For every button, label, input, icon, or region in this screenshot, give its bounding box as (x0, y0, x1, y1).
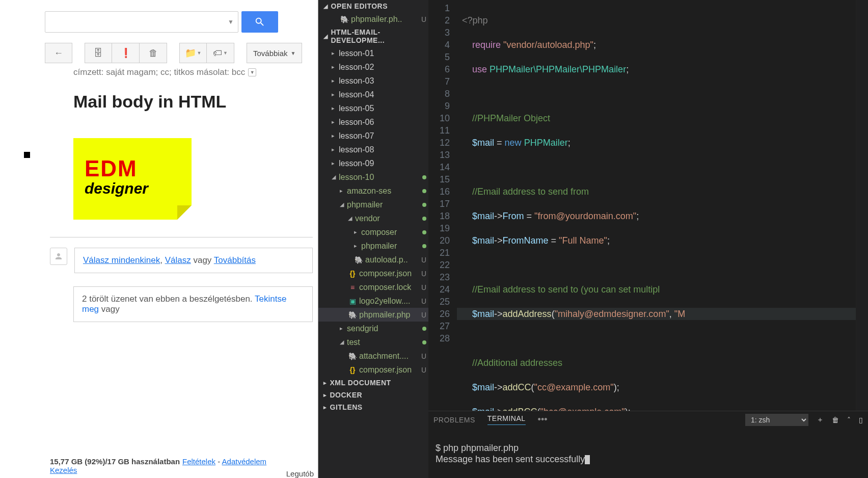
editor-area: 1234567891011121314151617181920212223242… (428, 0, 868, 478)
file-attachment[interactable]: 🐘attachment....U (318, 349, 428, 363)
folder-lesson-07[interactable]: ▸lesson-07 (318, 129, 428, 143)
folder-lesson-09[interactable]: ▸lesson-09 (318, 156, 428, 170)
reply-all-link[interactable]: Válasz mindenkinek (83, 255, 160, 265)
person-icon (54, 252, 63, 261)
deleted-notice: 2 törölt üzenet van ebben a beszélgetésb… (73, 286, 313, 322)
privacy-link[interactable]: Adatvédelem (222, 457, 267, 466)
chevron-down-icon[interactable]: ▼ (228, 18, 234, 25)
trash-icon: 🗑 (149, 48, 158, 59)
gmail-footer: 15,77 GB (92%)/17 GB használatban Kezelé… (0, 452, 318, 478)
plus-icon[interactable]: ＋ (817, 415, 824, 424)
avatar (50, 248, 67, 265)
minimap[interactable] (856, 0, 868, 411)
label-button[interactable]: 🏷▼ (207, 43, 234, 63)
divider (50, 237, 313, 237)
terminal-output: Message has been sent successfully (436, 454, 585, 464)
folder-lesson-05[interactable]: ▸lesson-05 (318, 101, 428, 115)
terminal-shell-select[interactable]: 1: zsh (745, 414, 808, 426)
code-lines: <?php require "vendor/autoload.php"; use… (457, 0, 856, 411)
xml-section[interactable]: ▸XML DOCUMENT (318, 377, 428, 389)
storage-used: 15,77 GB (92%)/17 GB (50, 457, 129, 466)
panel-tabbar: PROBLEMS TERMINAL ••• 1: zsh ＋ 🗑 ˄ ▯ (428, 411, 868, 428)
gmail-pane: ▼ ← 🗄 ❗ 🗑 📁▼ 🏷▼ Továbbiak ▼ címzett: saj… (0, 0, 318, 478)
php-icon: 🐘 (348, 311, 357, 319)
file-test-composer-json[interactable]: {}composer.jsonU (318, 363, 428, 377)
folder-lesson-04[interactable]: ▸lesson-04 (318, 88, 428, 101)
more-button[interactable]: Továbbiak ▼ (247, 43, 302, 63)
email-subject: Mail body in HTML (73, 92, 313, 112)
more-icon[interactable]: ••• (538, 414, 548, 425)
search-input[interactable]: ▼ (45, 11, 238, 33)
tag-icon: 🏷 (213, 48, 222, 59)
open-editor-file[interactable]: 🐘 phpmailer.ph.. U (318, 12, 428, 26)
tab-problems[interactable]: PROBLEMS (433, 416, 475, 424)
email-logo-image: EDM designer (73, 138, 192, 220)
folder-lesson-03[interactable]: ▸lesson-03 (318, 74, 428, 88)
folder-phpmailer[interactable]: ◢phpmailer (318, 198, 428, 211)
chevron-up-icon[interactable]: ˄ (847, 416, 851, 424)
reply-link[interactable]: Válasz (165, 255, 191, 265)
project-section[interactable]: ◢HTML-EMAIL-DEVELOPME... (318, 26, 428, 46)
folder-sendgrid[interactable]: ▸sendgrid (318, 322, 428, 335)
gmail-body: címzett: saját magam; cc; titkos másolat… (0, 67, 318, 452)
delete-button[interactable]: 🗑 (140, 43, 167, 63)
manage-storage-link[interactable]: Kezelés (50, 466, 77, 474)
php-icon: 🐘 (340, 15, 349, 23)
php-icon: 🐘 (348, 352, 357, 360)
reply-composer[interactable]: Válasz mindenkinek, Válasz vagy Továbbít… (74, 248, 313, 273)
deleted-text: 2 törölt üzenet van ebben a beszélgetésb… (82, 294, 253, 304)
terminal[interactable]: $ php phpmailer.php Message has been sen… (428, 428, 868, 478)
folder-lesson-06[interactable]: ▸lesson-06 (318, 115, 428, 129)
folder-test[interactable]: ◢test (318, 335, 428, 349)
file-phpmailer-php[interactable]: 🐘phpmailer.phpU (318, 308, 428, 322)
image-icon: ▣ (348, 297, 357, 305)
search-button[interactable] (241, 11, 278, 33)
gmail-search-row: ▼ (0, 0, 318, 43)
json-icon: {} (348, 366, 357, 374)
file-autoload[interactable]: 🐘autoload.p..U (318, 253, 428, 267)
archive-icon: 🗄 (94, 48, 103, 59)
artifact-square (24, 152, 30, 158)
more-label: Továbbiak (253, 49, 288, 58)
forward-link[interactable]: Továbbítás (214, 255, 256, 265)
line-gutter: 1234567891011121314151617181920212223242… (428, 0, 457, 411)
vscode-pane: ◢OPEN EDITORS 🐘 phpmailer.ph.. U ◢HTML-E… (318, 0, 868, 478)
gmail-toolbar: ← 🗄 ❗ 🗑 📁▼ 🏷▼ Továbbiak ▼ (0, 43, 318, 67)
back-button[interactable]: ← (45, 43, 72, 63)
folder-lesson-01[interactable]: ▸lesson-01 (318, 46, 428, 60)
php-icon: 🐘 (354, 256, 363, 264)
terms-link[interactable]: Feltételek (182, 457, 215, 466)
folder-icon: 📁 (185, 47, 196, 59)
folder-phpmailer-sub[interactable]: ▸phpmailer (318, 239, 428, 253)
logo-line1: EDM (85, 158, 180, 179)
archive-button[interactable]: 🗄 (85, 43, 112, 63)
open-editors-section[interactable]: ◢OPEN EDITORS (318, 0, 428, 12)
trash-icon[interactable]: 🗑 (832, 416, 839, 424)
spam-button[interactable]: ❗ (112, 43, 140, 63)
folder-lesson-02[interactable]: ▸lesson-02 (318, 60, 428, 74)
gitlens-section[interactable]: ▸GITLENS (318, 401, 428, 413)
split-icon[interactable]: ▯ (859, 416, 863, 424)
dot-icon (422, 175, 426, 179)
folder-lesson-08[interactable]: ▸lesson-08 (318, 143, 428, 156)
tab-terminal[interactable]: TERMINAL (487, 414, 526, 425)
folder-lesson-10[interactable]: ◢lesson-10 (318, 170, 428, 184)
docker-section[interactable]: ▸DOCKER (318, 389, 428, 401)
file-composer-json[interactable]: {}composer.jsonU (318, 267, 428, 280)
code-editor[interactable]: 1234567891011121314151617181920212223242… (428, 0, 868, 411)
file-logo[interactable]: ▣logo2yellow....U (318, 294, 428, 308)
recipients-text: címzett: saját magam; cc; titkos másolat… (73, 67, 245, 77)
recipients-dropdown-icon[interactable]: ▼ (248, 68, 256, 76)
file-composer-lock[interactable]: ≡composer.lockU (318, 280, 428, 294)
terminal-cmd: php phpmailer.php (443, 443, 519, 453)
folder-composer[interactable]: ▸composer (318, 225, 428, 239)
last-activity: Legutób (286, 457, 318, 478)
folder-vendor[interactable]: ◢vendor (318, 211, 428, 225)
reply-row: Válasz mindenkinek, Válasz vagy Továbbít… (50, 248, 313, 273)
recipients-line: címzett: saját magam; cc; titkos másolat… (73, 67, 313, 77)
spam-icon: ❗ (120, 47, 131, 59)
back-icon: ← (54, 48, 63, 59)
move-button[interactable]: 📁▼ (179, 43, 207, 63)
folder-amazon-ses[interactable]: ▸amazon-ses (318, 184, 428, 198)
chevron-down-icon: ▼ (291, 50, 296, 56)
